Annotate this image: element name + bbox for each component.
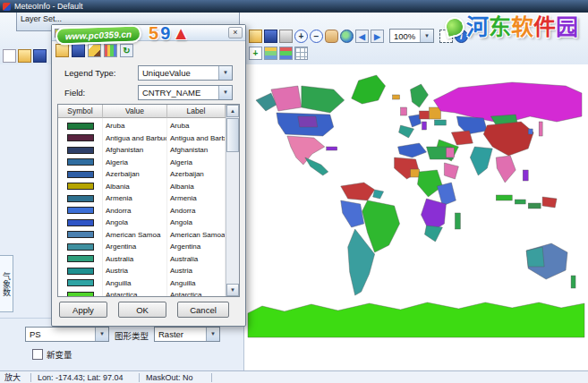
open-icon[interactable] [249,30,262,43]
column-header-symbol[interactable]: Symbol [58,105,103,118]
world-map[interactable] [244,64,588,370]
symbol-swatch [67,243,94,251]
legend-icon[interactable] [279,47,293,60]
tab-meteo-data[interactable]: 气象数 [0,255,13,312]
watermark-site-name: 河东软件园 [466,4,578,49]
toolbar-row-2 [249,47,313,60]
checkbox-row: 新变量 [32,348,72,361]
value-cell: Antigua and Barbuda [103,131,167,143]
value-cell: American Samoa [103,227,167,240]
column-header-value[interactable]: Value [103,105,167,118]
table-row[interactable]: AntarcticaAntarctica [58,287,226,296]
save-icon[interactable] [72,44,85,57]
scroll-thumb[interactable] [226,118,239,152]
zoom-level-select[interactable]: 100% [389,29,434,43]
save-icon[interactable] [33,49,47,63]
add-layer-icon[interactable] [249,47,262,60]
table-row[interactable]: AzerbaijanAzerbaijan [58,166,226,179]
table-row[interactable]: AustraliaAustralia [58,251,226,264]
symbol-cell [58,155,103,167]
table-row[interactable]: AlbaniaAlbania [58,179,226,192]
variable-select[interactable]: PS [25,327,109,342]
new-icon[interactable] [3,49,16,63]
table-scrollbar[interactable] [226,105,239,296]
symbol-swatch [67,268,94,275]
table-row[interactable]: AlgeriaAlgeria [58,155,226,167]
table-row[interactable]: ArgentinaArgentina [58,239,226,251]
symbol-cell [58,276,103,288]
table-row[interactable]: AustriaAustria [58,263,226,276]
label-cell: Algeria [167,155,226,167]
value-cell: Australia [103,251,167,264]
map-canvas[interactable] [243,64,588,370]
apply-button[interactable]: Apply [59,302,107,318]
symbol-swatch [67,292,94,296]
label-cell: Angola [167,215,226,227]
symbol-swatch [67,158,94,166]
watermark-char: 河 [466,4,489,49]
label-cell: Albania [167,179,226,192]
ok-button[interactable]: OK [118,302,166,318]
value-cell: Armenia [103,191,167,203]
table-row[interactable]: AngolaAngola [58,215,226,227]
watermark-char: 园 [556,4,578,49]
next-view-icon[interactable] [371,30,384,43]
table-row[interactable]: AfghanistanAfghanistan [58,142,226,155]
open-icon[interactable] [18,49,31,63]
prev-view-icon[interactable] [355,30,369,43]
symbol-swatch [67,134,94,141]
symbol-cell [58,118,103,131]
new-variable-checkbox-label: 新变量 [47,348,72,361]
watermark-char: 东 [489,4,511,49]
table-row[interactable]: Antigua and BarbudaAntigua and Barbuda [58,131,226,143]
edit-icon[interactable] [88,44,101,57]
legend-table-body: ArubaArubaAntigua and BarbudaAntigua and… [58,118,226,296]
value-cell: Aruba [103,118,167,131]
value-cell: Afghanistan [103,142,167,155]
status-bar: 放大 Lon: -174.43; Lat: 97.04 MaskOut: No [0,370,588,383]
save-icon[interactable] [264,30,277,43]
watermark-decor-glyph: 9 [160,21,170,45]
graph-type-select[interactable]: Raster [154,327,220,342]
watermark-url: www.pc0359.cn [55,24,142,45]
color-icon[interactable] [104,44,117,57]
status-maskout: MaskOut: No [142,373,209,382]
new-variable-checkbox[interactable] [32,349,43,360]
symbol-cell [58,179,103,192]
table-icon[interactable] [294,47,308,60]
symbol-cell [58,166,103,179]
table-row[interactable]: American SamoaAmerican Samoa [58,227,226,240]
refresh-icon[interactable] [120,44,133,57]
table-row[interactable]: AnguillaAnguilla [58,276,226,288]
table-row[interactable]: ArubaAruba [58,118,226,131]
layers-icon[interactable] [264,47,277,60]
cancel-button[interactable]: Cancel [177,302,229,318]
field-label: Field: [64,88,85,98]
zoom-in-icon[interactable] [294,30,308,43]
symbol-swatch [67,195,94,202]
pan-icon[interactable] [325,30,338,43]
legend-table: Symbol Value Label ArubaArubaAntigua and… [57,104,240,297]
close-icon[interactable] [228,27,243,38]
table-row[interactable]: ArmeniaArmenia [58,191,226,203]
legend-table-header: Symbol Value Label [58,105,226,118]
symbol-swatch [67,231,94,238]
table-row[interactable]: AndorraAndorra [58,203,226,216]
value-cell: Austria [103,263,167,276]
open-icon[interactable] [55,44,69,57]
status-tool: 放大 [0,371,28,383]
variable-value: PS [30,329,41,339]
field-row: Field: CNTRY_NAME [52,84,245,102]
column-header-label[interactable]: Label [167,105,226,118]
print-icon[interactable] [279,30,293,43]
scroll-down-icon[interactable] [226,284,239,296]
watermark-leaf-icon [443,15,467,39]
scroll-up-icon[interactable] [226,105,239,117]
legend-type-select[interactable]: UniqueValue [138,65,233,81]
layers-toolbar [3,49,47,63]
zoom-out-icon[interactable] [310,30,323,43]
full-extent-icon[interactable] [340,30,354,43]
symbol-cell [58,215,103,227]
watermark-logo: 河东软件园 [445,2,586,52]
field-select[interactable]: CNTRY_NAME [138,85,233,100]
